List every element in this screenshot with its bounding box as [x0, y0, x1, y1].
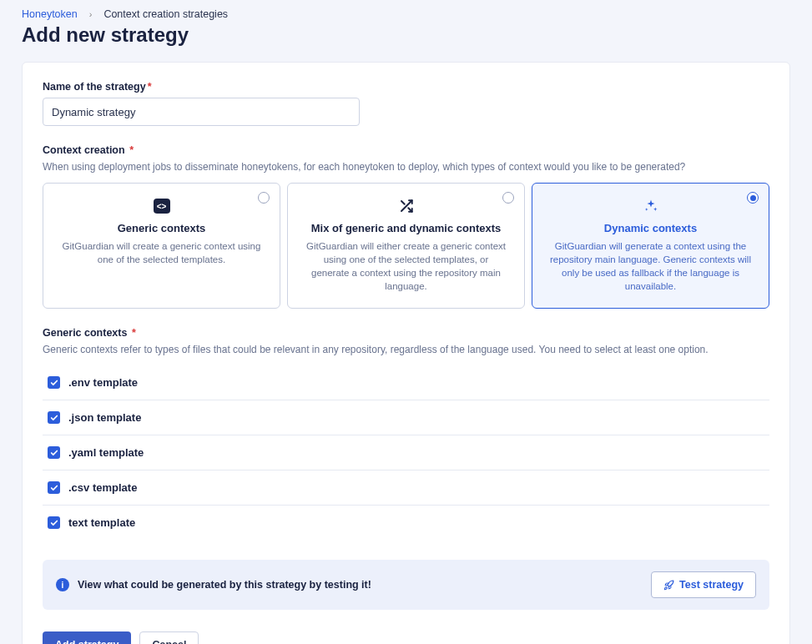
shuffle-icon	[399, 199, 414, 214]
breadcrumb: Honeytoken › Context creation strategies	[22, 8, 790, 20]
option-dynamic[interactable]: Dynamic contexts GitGuardian will genera…	[532, 183, 769, 309]
rocket-icon	[663, 580, 674, 591]
add-strategy-button[interactable]: Add strategy	[43, 631, 131, 644]
context-creation-help: When using deployment jobs to disseminat…	[43, 161, 769, 173]
generic-contexts-label-text: Generic contexts	[43, 327, 127, 339]
sparkle-icon	[643, 199, 658, 214]
breadcrumb-root-link[interactable]: Honeytoken	[22, 8, 78, 20]
form-card: Name of the strategy* Context creation *…	[22, 62, 790, 644]
checkbox-checked-icon	[48, 446, 60, 459]
footer-actions: Add strategy Cancel	[43, 631, 769, 644]
generic-contexts-label: Generic contexts *	[43, 327, 769, 339]
name-label-text: Name of the strategy	[43, 81, 146, 93]
svg-line-2	[401, 201, 405, 204]
breadcrumb-current: Context creation strategies	[103, 8, 228, 20]
name-label: Name of the strategy*	[43, 81, 769, 93]
option-desc: GitGuardian will create a generic contex…	[57, 239, 266, 266]
context-options-row: <> Generic contexts GitGuardian will cre…	[43, 183, 769, 309]
option-title: Mix of generic and dynamic contexts	[301, 222, 511, 234]
option-desc: GitGuardian will generate a context usin…	[546, 239, 755, 293]
radio-icon	[502, 192, 514, 204]
option-title: Generic contexts	[57, 222, 266, 234]
list-item[interactable]: text template	[43, 506, 769, 540]
checkbox-label: .env template	[68, 376, 138, 389]
checkbox-checked-icon	[48, 376, 60, 389]
checkbox-checked-icon	[48, 516, 60, 529]
strategy-name-input[interactable]	[43, 98, 360, 126]
context-creation-label: Context creation *	[43, 144, 769, 156]
context-creation-label-text: Context creation	[43, 144, 125, 156]
code-icon: <>	[154, 199, 170, 214]
checkbox-label: .csv template	[68, 481, 137, 494]
option-title: Dynamic contexts	[546, 222, 755, 234]
info-icon: i	[56, 578, 69, 591]
option-generic[interactable]: <> Generic contexts GitGuardian will cre…	[43, 183, 280, 309]
radio-icon	[747, 192, 759, 204]
test-callout: i View what could be generated by this s…	[43, 560, 769, 610]
option-mix[interactable]: Mix of generic and dynamic contexts GitG…	[287, 183, 525, 309]
radio-icon	[258, 192, 270, 204]
test-strategy-button[interactable]: Test strategy	[651, 571, 756, 598]
checkbox-checked-icon	[48, 411, 60, 424]
chevron-right-icon: ›	[89, 9, 93, 19]
list-item[interactable]: .json template	[43, 400, 769, 435]
test-strategy-button-label: Test strategy	[679, 579, 744, 591]
checkbox-checked-icon	[48, 481, 60, 494]
required-indicator: *	[132, 327, 136, 339]
list-item[interactable]: .csv template	[43, 470, 769, 506]
page-title: Add new strategy	[22, 23, 790, 47]
list-item[interactable]: .yaml template	[43, 435, 769, 470]
checkbox-label: text template	[68, 516, 135, 529]
generic-contexts-help: Generic contexts refer to types of files…	[43, 344, 769, 355]
list-item[interactable]: .env template	[43, 365, 769, 400]
callout-text: View what could be generated by this str…	[78, 579, 371, 591]
cancel-button[interactable]: Cancel	[139, 631, 199, 644]
required-indicator: *	[129, 144, 134, 156]
template-checkbox-list: .env template .json template .yaml templ…	[43, 365, 769, 540]
required-indicator: *	[148, 81, 152, 93]
option-desc: GitGuardian will either create a generic…	[301, 239, 511, 293]
checkbox-label: .yaml template	[68, 446, 144, 459]
checkbox-label: .json template	[68, 411, 141, 424]
